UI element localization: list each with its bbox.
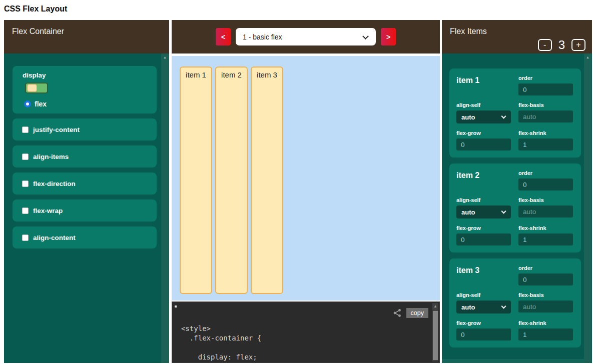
flex-items-title: Flex Items (450, 27, 487, 36)
item-3-order-field: order (518, 265, 573, 286)
item-2-align-self-field: align-self auto (456, 197, 511, 218)
item-1-flex-shrink-field: flex-shrink (518, 130, 573, 150)
prev-example-button[interactable]: < (216, 28, 231, 46)
item-1-align-self-field: align-self auto (456, 102, 511, 124)
flex-shrink-label: flex-shrink (518, 130, 573, 136)
item-1-flex-basis-field: flex-basis (518, 102, 573, 124)
flex-basis-label: flex-basis (518, 292, 573, 298)
preview-flex-item-1: item 1 (180, 66, 212, 294)
property-card-align-items[interactable]: align-items (13, 146, 157, 168)
align-items-label: align-items (33, 153, 69, 160)
code-scrollbar[interactable]: ▲ (432, 303, 438, 362)
chevron-down-icon (501, 114, 506, 119)
align-self-label: align-self (456, 197, 511, 203)
align-self-label: align-self (456, 292, 511, 298)
align-content-checkbox[interactable] (22, 234, 29, 241)
page-title: CSS Flex Layout (4, 4, 67, 14)
item-2-order-field: order (518, 170, 573, 190)
item-2-flex-basis-input[interactable] (518, 206, 573, 218)
left-panel-scrollbar[interactable]: ▲ (161, 54, 169, 363)
code-cursor-dot (175, 306, 177, 308)
align-self-label: align-self (456, 102, 511, 108)
flex-grow-label: flex-grow (456, 130, 511, 136)
flex-direction-checkbox[interactable] (22, 180, 29, 187)
code-toolbar: copy (392, 308, 428, 318)
chevron-down-icon (362, 33, 369, 40)
flex-radio-label: flex (35, 100, 47, 108)
item-1-order-field: order (518, 75, 573, 96)
flex-preview-stage: item 1 item 2 item 3 (172, 56, 440, 300)
item-3-flex-grow-input[interactable] (456, 328, 511, 340)
remove-item-button[interactable]: - (538, 39, 552, 51)
toggle-knob (27, 84, 37, 92)
preview-flex-item-3: item 3 (251, 66, 283, 294)
item-2-flex-basis-field: flex-basis (518, 197, 573, 218)
chevron-down-icon (501, 304, 506, 309)
flex-items-panel: Flex Items - 3 + item 1 order align-self… (442, 20, 592, 363)
flex-radio[interactable] (24, 100, 31, 108)
flex-wrap-checkbox[interactable] (22, 208, 29, 214)
preview-flex-item-2: item 2 (215, 66, 248, 294)
item-3-align-self-select[interactable]: auto (456, 300, 511, 314)
display-label: display (23, 72, 151, 79)
flex-container-panel: Flex Container display flex justify-cont… (4, 20, 169, 363)
flex-grow-label: flex-grow (456, 225, 511, 231)
flex-container-title: Flex Container (12, 27, 64, 36)
item-2-card: item 2 order align-self auto flex-basis … (449, 164, 581, 252)
item-3-align-self-field: align-self auto (456, 292, 511, 314)
item-1-flex-grow-input[interactable] (456, 138, 511, 150)
right-panel-scrollbar[interactable]: ▲ (584, 54, 591, 363)
scrollbar-thumb[interactable] (433, 311, 438, 360)
justify-content-label: justify-content (33, 126, 80, 134)
property-card-flex-wrap[interactable]: flex-wrap (13, 200, 157, 222)
scroll-up-icon[interactable]: ▲ (161, 54, 169, 62)
property-card-flex-direction[interactable]: flex-direction (13, 172, 157, 194)
item-count: 3 (558, 38, 565, 52)
flex-shrink-label: flex-shrink (518, 320, 573, 326)
item-3-flex-grow-field: flex-grow (456, 320, 511, 340)
item-1-flex-grow-field: flex-grow (456, 130, 511, 150)
align-self-value: auto (461, 304, 475, 311)
item-1-align-self-select[interactable]: auto (456, 110, 511, 124)
align-content-label: align-content (33, 234, 76, 242)
copy-button[interactable]: copy (406, 308, 428, 318)
item-1-order-input[interactable] (518, 84, 573, 96)
item-3-order-input[interactable] (518, 274, 573, 286)
item-2-align-self-select[interactable]: auto (456, 206, 511, 218)
flex-direction-label: flex-direction (33, 180, 76, 188)
item-2-flex-shrink-input[interactable] (518, 234, 573, 246)
flex-container-body: display flex justify-content align-items… (4, 54, 169, 363)
scroll-up-icon[interactable]: ▲ (584, 54, 591, 62)
align-self-value: auto (461, 114, 475, 121)
flex-basis-label: flex-basis (518, 102, 573, 108)
share-icon[interactable] (392, 308, 402, 318)
item-3-flex-basis-input[interactable] (518, 300, 573, 312)
order-label: order (518, 170, 573, 176)
display-card: display flex (13, 66, 157, 114)
flex-basis-label: flex-basis (518, 197, 573, 203)
property-card-justify-content[interactable]: justify-content (13, 118, 157, 140)
item-2-flex-grow-input[interactable] (456, 234, 511, 246)
item-3-flex-shrink-input[interactable] (518, 328, 573, 340)
order-label: order (518, 75, 573, 81)
item-3-card: item 3 order align-self auto flex-basis … (449, 258, 581, 348)
example-panel: < 1 - basic flex > item 1 item 2 item 3 … (172, 20, 440, 363)
flex-items-body: item 1 order align-self auto flex-basis … (442, 54, 592, 363)
item-1-flex-basis-input[interactable] (518, 110, 573, 122)
item-2-order-input[interactable] (518, 178, 573, 190)
property-card-align-content[interactable]: align-content (13, 226, 157, 248)
add-item-button[interactable]: + (571, 39, 585, 51)
justify-content-checkbox[interactable] (22, 126, 29, 133)
example-select[interactable]: 1 - basic flex (236, 28, 376, 46)
flex-wrap-label: flex-wrap (33, 207, 63, 214)
display-toggle[interactable] (25, 82, 48, 94)
item-1-flex-shrink-input[interactable] (518, 138, 573, 150)
align-items-checkbox[interactable] (22, 154, 29, 160)
next-example-button[interactable]: > (381, 28, 396, 46)
flex-items-header: Flex Items - 3 + (442, 20, 592, 54)
code-panel: <style> .flex-container { display: flex;… (172, 302, 440, 363)
flex-grow-label: flex-grow (456, 320, 511, 326)
display-flex-radio-row[interactable]: flex (24, 100, 151, 108)
example-select-value: 1 - basic flex (243, 33, 282, 41)
scroll-up-icon[interactable]: ▲ (432, 303, 438, 310)
